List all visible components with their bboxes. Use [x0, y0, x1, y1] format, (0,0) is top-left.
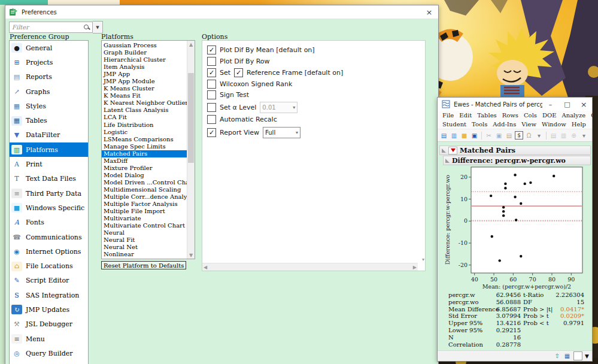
sidebar-item-menu[interactable]: ≡Menu: [10, 332, 88, 346]
sidebar-item-datafilter[interactable]: ▼DataFilter: [10, 128, 88, 142]
platform-item[interactable]: Multiple File Import: [102, 208, 187, 215]
platform-item[interactable]: Mixture Profiler: [102, 165, 187, 172]
sidebar-item-general[interactable]: ●General: [10, 41, 88, 55]
platform-item[interactable]: Logistic: [102, 129, 187, 136]
sidebar-item-tables[interactable]: ▦Tables: [10, 113, 88, 128]
sidebar-item-internet-options[interactable]: ◉Internet Options: [10, 244, 88, 259]
plot-frame[interactable]: [471, 167, 582, 273]
zoom-tool-icon[interactable]: ⊕: [569, 131, 578, 140]
platform-item[interactable]: Multivariate: [102, 215, 187, 222]
minimize-button[interactable]: –: [542, 98, 559, 111]
platform-item[interactable]: Neural Net: [102, 244, 187, 251]
scroll-to-top-icon[interactable]: ⇧: [553, 352, 561, 360]
sidebar-item-script-editor[interactable]: ✎Script Editor: [10, 274, 88, 288]
platform-item[interactable]: Manage Spec Limits: [102, 143, 187, 150]
annotate-icon[interactable]: ▥: [559, 131, 568, 140]
checkbox[interactable]: [207, 57, 216, 66]
data-point[interactable]: [524, 183, 526, 185]
menu-window[interactable]: Window: [542, 121, 566, 128]
platform-item[interactable]: Model Driven ...Control Chart: [102, 179, 187, 186]
sidebar-item-print[interactable]: APrint: [10, 157, 88, 171]
status-dropdown-icon[interactable]: ▼: [585, 353, 589, 359]
toolbar-overflow-icon[interactable]: ▾: [535, 131, 544, 140]
platform-item[interactable]: Multivariate Control Chart: [102, 222, 187, 229]
checkbox[interactable]: [207, 103, 216, 112]
menu-add-ins[interactable]: Add-Ins: [493, 121, 516, 128]
sidebar-item-projects[interactable]: ⊞Projects: [10, 55, 88, 69]
preferences-close-button[interactable]: ×: [420, 5, 438, 19]
data-grid-icon[interactable]: ▦: [563, 352, 571, 360]
menu-rows[interactable]: Rows: [502, 112, 518, 119]
maximize-button[interactable]: □: [558, 98, 575, 111]
platform-item[interactable]: MaxDiff: [102, 157, 187, 165]
data-point[interactable]: [520, 255, 522, 257]
data-point[interactable]: [529, 181, 532, 184]
platform-item[interactable]: K Means Cluster: [102, 85, 187, 92]
layout-icon[interactable]: ▤: [549, 131, 558, 140]
options-scroll-down-icon[interactable]: ▾: [422, 257, 424, 262]
platform-item[interactable]: Neural: [102, 229, 187, 236]
sidebar-item-platforms[interactable]: ▥Platforms: [10, 142, 88, 157]
menu-analyze[interactable]: Analyze: [561, 112, 585, 119]
ewes-close-button[interactable]: ×: [575, 98, 592, 111]
platform-item[interactable]: Multiple Corr...dence Analysis: [102, 193, 187, 201]
menu-tables[interactable]: Tables: [477, 112, 497, 119]
menu-graph[interactable]: Graph: [591, 112, 598, 119]
scroll-left-icon[interactable]: ◀: [204, 265, 207, 270]
sidebar-item-recode[interactable]: ✎Recode: [10, 361, 88, 364]
options-horizontal-scrollbar[interactable]: ◀ ▶: [202, 263, 418, 271]
data-point[interactable]: [504, 187, 506, 189]
platform-item[interactable]: LCA Fit: [102, 114, 187, 121]
copy-icon[interactable]: ▣: [494, 131, 503, 140]
toolbar-overflow2-icon[interactable]: ▾: [579, 131, 588, 140]
scroll-down-icon[interactable]: ▼: [187, 251, 195, 259]
sidebar-item-sas-integration[interactable]: SSAS Integration: [10, 288, 88, 302]
menu-view[interactable]: View: [521, 121, 536, 128]
sidebar-item-windows-specific[interactable]: ■Windows Specific: [10, 201, 88, 215]
platform-item[interactable]: Multidimensional Scaling: [102, 186, 187, 193]
sidebar-item-jsl-debugger[interactable]: ⚒JSL Debugger: [10, 317, 88, 332]
new-journal-icon[interactable]: ▤: [439, 131, 448, 140]
data-point[interactable]: [491, 235, 493, 238]
checkbox[interactable]: ✓: [207, 46, 216, 54]
platform-item[interactable]: K Nearest Neighbor Outliers: [102, 99, 187, 107]
sidebar-item-query-builder[interactable]: ◎Query Builder: [10, 346, 88, 360]
sidebar-item-fonts[interactable]: AFonts: [10, 216, 88, 230]
data-point[interactable]: [502, 206, 505, 208]
filter-dropdown-button[interactable]: ▼: [93, 21, 103, 34]
sidebar-item-file-locations[interactable]: ⌂File Locations: [10, 259, 88, 273]
sidebar-item-styles[interactable]: ▦Styles: [10, 99, 88, 113]
menu-cols[interactable]: Cols: [524, 112, 537, 119]
platform-item[interactable]: JMP App Module: [102, 78, 187, 85]
sidebar-item-communications[interactable]: ☎Communications: [10, 230, 88, 244]
platform-item[interactable]: Neural Fit: [102, 236, 187, 244]
option-dropdown[interactable]: 0.01▾: [260, 102, 298, 113]
scroll-up-icon[interactable]: ▲: [187, 41, 195, 48]
paste-icon[interactable]: ▤: [505, 131, 514, 140]
platform-item[interactable]: Nonlinear: [102, 251, 187, 258]
data-point[interactable]: [514, 174, 516, 176]
sidebar-item-graphs[interactable]: ↗Graphs: [10, 84, 88, 99]
checkbox[interactable]: ✓: [207, 68, 216, 77]
platform-item[interactable]: Matched Pairs: [102, 150, 187, 157]
menu-help[interactable]: Help: [572, 121, 586, 128]
reset-platform-button[interactable]: Reset Platform to Defaults: [101, 261, 186, 269]
checkbox[interactable]: ✓: [207, 128, 216, 137]
sidebar-item-jmp-updates[interactable]: ↻JMP Updates: [10, 302, 88, 317]
filter-input[interactable]: Filter: [9, 22, 93, 33]
platforms-scroll-thumb[interactable]: [188, 73, 194, 163]
checkbox[interactable]: ✓: [234, 68, 243, 77]
red-triangle-menu[interactable]: [448, 147, 457, 154]
platform-item[interactable]: Life Distribution: [102, 122, 187, 129]
data-point[interactable]: [553, 175, 555, 177]
data-point[interactable]: [502, 210, 505, 213]
menu-doe[interactable]: DOE: [542, 112, 557, 119]
checkbox[interactable]: [207, 80, 216, 89]
selection-box[interactable]: [573, 351, 582, 360]
data-point[interactable]: [490, 195, 492, 197]
platform-item[interactable]: LSMeans Comparisons: [102, 136, 187, 143]
platform-item[interactable]: Latent Class Analysis: [102, 107, 187, 114]
disclosure-icon[interactable]: [442, 148, 446, 153]
platform-item[interactable]: Multiple Factor Analysis: [102, 201, 187, 208]
checkbox[interactable]: [207, 90, 216, 99]
